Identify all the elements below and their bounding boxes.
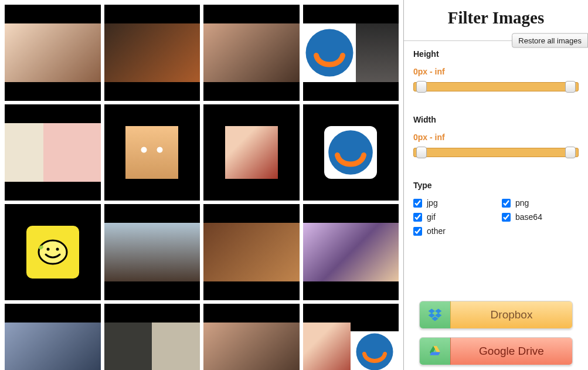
width-slider[interactable] xyxy=(413,148,579,157)
dropbox-label: Dropbox xyxy=(450,301,572,328)
gallery-image[interactable] xyxy=(5,304,101,370)
gallery-image[interactable] xyxy=(5,5,101,101)
filter-width: Width 0px - inf xyxy=(413,115,579,157)
gallery-image[interactable] xyxy=(203,304,300,370)
dropbox-icon xyxy=(427,307,443,323)
lemon-smile-icon xyxy=(35,235,70,270)
checkbox-gif[interactable]: gif xyxy=(413,212,490,222)
filter-type-label: Type xyxy=(413,181,579,190)
checkbox-gif-input[interactable] xyxy=(413,213,422,222)
panel-title: Filter Images xyxy=(404,8,588,28)
svg-point-3 xyxy=(39,240,67,264)
smile-circle-icon xyxy=(354,331,395,370)
svg-point-2 xyxy=(328,130,373,175)
filter-height: Height 0px - inf xyxy=(413,49,579,91)
smile-circle-icon xyxy=(303,26,356,79)
height-slider[interactable] xyxy=(413,82,579,91)
height-slider-max-handle[interactable] xyxy=(565,81,576,93)
filter-header: Filter Images Restore all images xyxy=(404,0,588,41)
width-slider-min-handle[interactable] xyxy=(416,147,427,158)
svg-point-0 xyxy=(305,29,353,77)
gallery-image[interactable] xyxy=(5,204,101,300)
gallery-image[interactable] xyxy=(104,5,200,101)
filter-height-range: 0px - inf xyxy=(413,67,579,76)
filter-width-range: 0px - inf xyxy=(413,133,579,142)
filter-width-label: Width xyxy=(413,115,579,124)
gallery-image[interactable] xyxy=(203,104,300,201)
svg-point-5 xyxy=(46,248,49,251)
gallery-grid xyxy=(5,5,399,370)
dropbox-button[interactable]: Dropbox xyxy=(419,301,573,329)
width-slider-max-handle[interactable] xyxy=(565,147,576,158)
checkbox-png[interactable]: png xyxy=(502,198,579,208)
height-slider-min-handle[interactable] xyxy=(416,81,427,93)
gallery-image[interactable] xyxy=(303,304,399,370)
checkbox-base64-input[interactable] xyxy=(502,213,511,222)
svg-point-7 xyxy=(356,334,393,371)
checkbox-other-label: other xyxy=(427,226,446,236)
gallery-image[interactable] xyxy=(203,5,300,101)
svg-point-6 xyxy=(56,248,59,251)
gallery-image[interactable] xyxy=(104,304,200,370)
gallery-image[interactable] xyxy=(5,104,101,201)
gallery-image[interactable] xyxy=(303,5,399,101)
google-drive-button[interactable]: Google Drive xyxy=(419,337,573,365)
image-gallery xyxy=(0,0,403,370)
gallery-image[interactable] xyxy=(303,204,399,300)
checkbox-jpg-input[interactable] xyxy=(413,199,422,208)
checkbox-gif-label: gif xyxy=(427,212,436,222)
gallery-image[interactable] xyxy=(203,204,300,300)
filter-type: Type jpg png gif xyxy=(413,181,579,236)
checkbox-other[interactable]: other xyxy=(413,226,490,236)
checkbox-base64-label: base64 xyxy=(515,212,542,222)
restore-button[interactable]: Restore all images xyxy=(512,33,588,48)
filter-panel: Filter Images Restore all images Height … xyxy=(403,0,588,370)
cloud-buttons: Dropbox Google Drive xyxy=(404,301,588,370)
checkbox-png-input[interactable] xyxy=(502,199,511,208)
checkbox-base64[interactable]: base64 xyxy=(502,212,579,222)
gdrive-icon xyxy=(428,344,442,358)
checkbox-other-input[interactable] xyxy=(413,227,422,236)
gallery-image[interactable] xyxy=(303,104,399,201)
checkbox-jpg-label: jpg xyxy=(427,198,438,208)
smile-circle-icon xyxy=(324,126,377,179)
checkbox-jpg[interactable]: jpg xyxy=(413,198,490,208)
gdrive-label: Google Drive xyxy=(450,338,572,365)
checkbox-png-label: png xyxy=(515,198,529,208)
gallery-image[interactable] xyxy=(104,104,200,201)
gallery-image[interactable] xyxy=(104,204,200,300)
filter-height-label: Height xyxy=(413,49,579,59)
